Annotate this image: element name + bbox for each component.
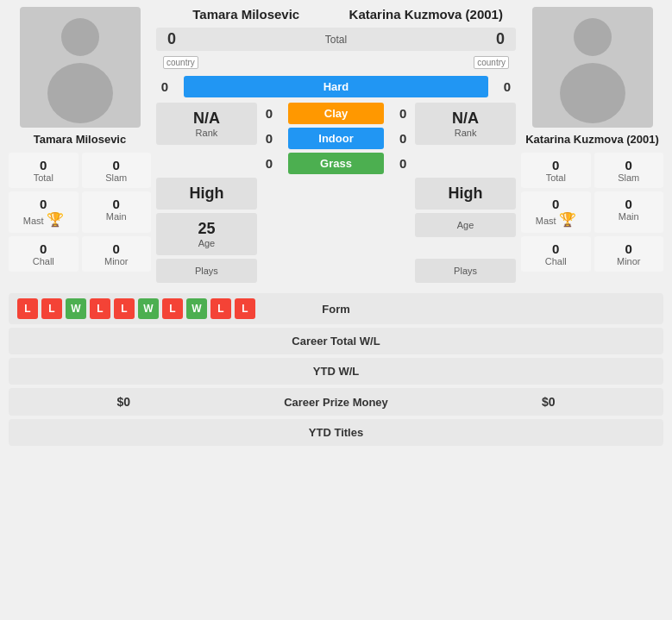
indoor-surface-btn[interactable]: Indoor	[288, 128, 384, 149]
center-block: Tamara Milosevic Katarina Kuzmova (2001)…	[156, 7, 516, 283]
form-badge-l: L	[17, 298, 38, 319]
form-badge-l: L	[162, 298, 183, 319]
ytd-titles-label: YTD Titles	[229, 426, 442, 439]
score-indoor-left: 0	[261, 131, 278, 146]
left-total-value: 0	[12, 158, 75, 172]
left-chall-value: 0	[12, 241, 75, 256]
left-mast-value: 0	[12, 197, 75, 211]
right-high-panel: High	[415, 178, 516, 210]
form-label: Form	[311, 303, 362, 316]
score-clay-right: 0	[394, 106, 411, 121]
right-chall-label: Chall	[524, 256, 587, 266]
career-total-row: Career Total W/L	[9, 328, 663, 354]
right-main-label: Main	[598, 211, 661, 222]
ytd-titles-row: YTD Titles	[9, 419, 663, 446]
prize-left-value: $0	[17, 395, 229, 409]
prize-label: Career Prize Money	[229, 396, 442, 409]
prize-row: $0 Career Prize Money $0	[9, 388, 663, 416]
left-chall-label: Chall	[12, 256, 75, 266]
form-badge-l: L	[210, 298, 231, 319]
left-high-panel: High	[156, 178, 257, 210]
left-mast-stat: 0 Mast 🏆	[9, 191, 79, 233]
score-grass-left: 0	[261, 156, 278, 171]
score-hard-right: 0	[499, 79, 516, 94]
left-name-center: Tamara Milosevic	[156, 7, 336, 22]
right-rank-panel: N/A Rank	[415, 103, 516, 145]
score-clay-left: 0	[261, 106, 278, 121]
right-total-stat: 0 Total	[521, 153, 591, 188]
comparison-section: Tamara Milosevic 0 Total 0 Slam 0 Mast 🏆	[0, 0, 672, 290]
svg-point-2	[574, 18, 612, 56]
hard-surface-btn[interactable]: Hard	[184, 76, 488, 97]
left-age-panel: 25 Age	[156, 213, 257, 255]
score-grass-right: 0	[394, 156, 411, 171]
form-badge-l: L	[235, 298, 255, 319]
right-player-card: Katarina Kuzmova (2001) 0 Total 0 Slam 0…	[521, 7, 663, 272]
right-age-panel: Age	[415, 213, 516, 237]
right-minor-label: Minor	[598, 256, 661, 266]
left-main-stat: 0 Main	[82, 191, 152, 233]
left-player-avatar	[20, 7, 141, 128]
right-rank-value: N/A	[424, 110, 507, 128]
career-total-label: Career Total W/L	[229, 335, 442, 348]
bottom-section: LLWLLWLWLL Form Career Total W/L YTD W/L…	[0, 290, 672, 449]
left-main-label: Main	[85, 211, 148, 222]
left-rank-sub: Rank	[165, 128, 248, 138]
left-player-name: Tamara Milosevic	[34, 133, 126, 146]
score-total-label: Total	[185, 34, 487, 46]
form-badge-w: W	[138, 298, 159, 319]
main-container: Tamara Milosevic 0 Total 0 Slam 0 Mast 🏆	[0, 0, 672, 449]
right-main-stat: 0 Main	[594, 191, 664, 233]
left-rank-value: N/A	[165, 110, 248, 128]
right-chall-value: 0	[524, 241, 587, 256]
right-plays-label: Plays	[424, 266, 507, 276]
left-minor-stat: 0 Minor	[82, 236, 152, 272]
ytd-wl-label: YTD W/L	[229, 365, 442, 378]
right-slam-value: 0	[598, 158, 661, 172]
right-main-value: 0	[598, 197, 661, 211]
left-rank-panel: N/A Rank	[156, 103, 257, 145]
svg-point-3	[560, 63, 625, 123]
form-badge-l: L	[114, 298, 135, 319]
form-badge-w: W	[186, 298, 207, 319]
left-total-label: Total	[12, 172, 75, 183]
form-badge-l: L	[90, 298, 110, 319]
right-country-flag: country	[474, 56, 509, 69]
form-row: LLWLLWLWLL Form	[9, 293, 663, 324]
left-minor-label: Minor	[85, 256, 148, 266]
left-player-card: Tamara Milosevic 0 Total 0 Slam 0 Mast 🏆	[9, 7, 151, 272]
left-slam-value: 0	[85, 158, 148, 172]
right-mast-stat: 0 Mast 🏆	[521, 191, 591, 233]
grass-surface-btn[interactable]: Grass	[288, 153, 384, 174]
left-trophy-icon: 🏆	[47, 211, 64, 228]
prize-right-value: $0	[443, 395, 655, 409]
right-age-label: Age	[424, 220, 507, 230]
right-high-value: High	[424, 185, 507, 203]
left-main-value: 0	[85, 197, 148, 211]
right-total-label: Total	[524, 172, 587, 183]
right-mast-value: 0	[524, 197, 587, 211]
left-mast-label: Mast 🏆	[12, 211, 75, 228]
right-slam-label: Slam	[598, 172, 661, 183]
left-age-value: 25	[165, 220, 248, 238]
right-player-avatar	[532, 7, 653, 128]
right-mast-label: Mast 🏆	[524, 211, 587, 228]
left-high-value: High	[165, 185, 248, 203]
form-badges-left: LLWLLWLWLL	[17, 298, 305, 319]
left-chall-stat: 0 Chall	[9, 236, 79, 272]
left-plays-panel: Plays	[156, 259, 257, 283]
right-stats-grid: 0 Total 0 Slam 0 Mast 🏆 0 Main	[521, 153, 663, 272]
ytd-wl-row: YTD W/L	[9, 358, 663, 385]
right-chall-stat: 0 Chall	[521, 236, 591, 272]
right-slam-stat: 0 Slam	[594, 153, 664, 188]
right-player-name: Katarina Kuzmova (2001)	[525, 133, 659, 146]
clay-surface-btn[interactable]: Clay	[288, 103, 384, 124]
left-total-stat: 0 Total	[9, 153, 79, 188]
left-slam-label: Slam	[85, 172, 148, 183]
left-plays-label: Plays	[165, 266, 248, 276]
right-minor-value: 0	[598, 241, 661, 256]
left-stats-grid: 0 Total 0 Slam 0 Mast 🏆 0 Main	[9, 153, 151, 272]
form-badge-w: W	[66, 298, 86, 319]
score-total-right: 0	[492, 30, 509, 48]
right-plays-panel: Plays	[415, 259, 516, 283]
